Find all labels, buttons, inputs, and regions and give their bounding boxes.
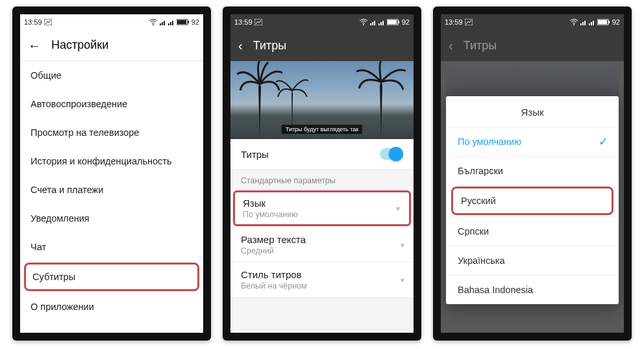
- svg-rect-3: [162, 22, 163, 25]
- back-arrow-icon[interactable]: ←: [28, 39, 41, 52]
- phone-frame-1: 13:59 92 ← Настройки Общие Автовоспроизв…: [12, 6, 211, 341]
- setting-text-size[interactable]: Размер текста Средний ▾: [230, 227, 414, 263]
- section-heading: Стандартные параметры: [230, 170, 414, 189]
- status-time: 13:59: [24, 18, 42, 26]
- back-chevron-icon[interactable]: ‹: [238, 39, 243, 52]
- toggle-label: Титры: [241, 149, 269, 160]
- svg-rect-10: [188, 21, 189, 23]
- language-option-bulgarian[interactable]: Български: [446, 156, 619, 185]
- settings-item-subtitles[interactable]: Субтитры: [24, 263, 199, 291]
- svg-rect-15: [374, 21, 375, 25]
- svg-point-1: [153, 24, 154, 25]
- captions-toggle[interactable]: [380, 148, 403, 160]
- chevron-down-icon: ▾: [401, 240, 404, 250]
- svg-rect-32: [608, 21, 610, 23]
- svg-rect-5: [168, 23, 169, 25]
- signal-icon: [160, 19, 166, 25]
- wifi-icon: [569, 19, 578, 25]
- signal-icon: [370, 19, 377, 25]
- settings-item-general[interactable]: Общие: [20, 61, 203, 90]
- setting-language[interactable]: Язык По умолчанию ▾: [233, 190, 411, 226]
- setting-caption-style[interactable]: Стиль титров Белый на чёрном ▾: [230, 263, 414, 298]
- svg-rect-17: [380, 22, 382, 25]
- svg-rect-7: [172, 21, 173, 25]
- screen-1: 13:59 92 ← Настройки Общие Автовоспроизв…: [20, 14, 203, 333]
- language-option-indonesian[interactable]: Bahasa Indonesia: [446, 275, 619, 304]
- wifi-icon: [149, 19, 158, 25]
- svg-rect-4: [164, 21, 165, 25]
- status-time: 13:59: [445, 18, 463, 26]
- chevron-down-icon: ▾: [401, 276, 404, 285]
- setting-title: Стиль титров: [241, 269, 403, 280]
- svg-rect-25: [582, 22, 584, 25]
- svg-point-23: [573, 24, 575, 25]
- svg-rect-26: [584, 21, 586, 25]
- picture-icon: [465, 19, 473, 25]
- picture-icon: [44, 19, 52, 25]
- setting-value: Средний: [241, 246, 403, 255]
- settings-item-billing[interactable]: Счета и платежи: [20, 175, 203, 204]
- screen-3: 13:59 92 ‹ Титры Язык По умолчанию ✓: [441, 14, 624, 333]
- captions-header-dim: ‹ Титры: [441, 30, 624, 61]
- svg-point-12: [363, 24, 364, 25]
- svg-rect-27: [589, 23, 590, 25]
- battery-icon: [387, 19, 400, 25]
- svg-rect-13: [370, 23, 371, 25]
- check-icon: ✓: [599, 135, 608, 149]
- status-bar: 13:59 92: [441, 14, 624, 30]
- preview-dimmed: [446, 65, 619, 97]
- signal-icon: [378, 19, 385, 25]
- captions-toggle-row: Титры: [230, 139, 414, 170]
- captions-header: ‹ Титры: [230, 30, 414, 61]
- svg-rect-9: [177, 20, 186, 24]
- language-option-ukrainian[interactable]: Українська: [446, 246, 619, 275]
- status-battery: 92: [402, 18, 410, 26]
- caption-sample-text: Титры будут выглядеть так: [282, 125, 362, 134]
- phone-frame-3: 13:59 92 ‹ Титры Язык По умолчанию ✓: [433, 6, 632, 341]
- settings-item-chat[interactable]: Чат: [20, 233, 203, 261]
- settings-item-autoplay[interactable]: Автовоспроизведение: [20, 90, 203, 118]
- page-title: Настройки: [51, 38, 108, 52]
- picture-icon: [254, 19, 262, 25]
- back-chevron-icon: ‹: [449, 39, 453, 52]
- settings-item-history[interactable]: История и конфиденциальность: [20, 147, 203, 175]
- settings-header: ← Настройки: [20, 30, 203, 61]
- setting-title: Язык: [243, 198, 401, 209]
- page-title: Титры: [464, 39, 497, 53]
- svg-rect-21: [398, 21, 399, 23]
- language-option-default[interactable]: По умолчанию ✓: [446, 127, 619, 156]
- page-title: Титры: [253, 39, 286, 53]
- setting-value: По умолчанию: [243, 210, 401, 219]
- settings-item-about[interactable]: О приложении: [20, 292, 203, 321]
- language-dialog: Язык По умолчанию ✓ Български Русский Ср…: [446, 96, 619, 304]
- svg-rect-16: [378, 23, 380, 25]
- screen-2: 13:59 92 ‹ Титры: [230, 14, 414, 333]
- status-time: 13:59: [234, 18, 253, 26]
- language-option-russian[interactable]: Русский: [451, 187, 613, 215]
- battery-icon: [597, 19, 610, 25]
- svg-rect-28: [591, 22, 592, 25]
- settings-item-notifications[interactable]: Уведомления: [20, 204, 203, 233]
- status-bar: 13:59 92: [20, 14, 203, 30]
- svg-rect-18: [382, 21, 384, 25]
- signal-icon: [589, 19, 595, 25]
- language-option-serbian[interactable]: Српски: [446, 216, 619, 246]
- svg-rect-14: [372, 22, 373, 25]
- signal-icon: [168, 19, 175, 25]
- setting-value: Белый на чёрном: [241, 281, 403, 291]
- language-label: По умолчанию: [458, 136, 521, 147]
- svg-rect-20: [388, 20, 397, 24]
- caption-preview: Титры будут выглядеть так: [230, 61, 414, 139]
- chevron-down-icon: ▾: [396, 204, 400, 213]
- settings-list: Общие Автовоспроизведение Просмотр на те…: [20, 61, 203, 321]
- dimmed-background: Язык По умолчанию ✓ Български Русский Ср…: [441, 61, 624, 333]
- wifi-icon: [359, 19, 368, 25]
- svg-rect-29: [593, 21, 594, 25]
- dialog-title: Язык: [446, 96, 619, 127]
- status-battery: 92: [612, 18, 620, 26]
- signal-icon: [580, 19, 587, 25]
- settings-item-tv[interactable]: Просмотр на телевизоре: [20, 118, 203, 147]
- status-bar: 13:59 92: [230, 14, 414, 30]
- svg-rect-31: [598, 20, 607, 24]
- svg-rect-6: [170, 22, 171, 25]
